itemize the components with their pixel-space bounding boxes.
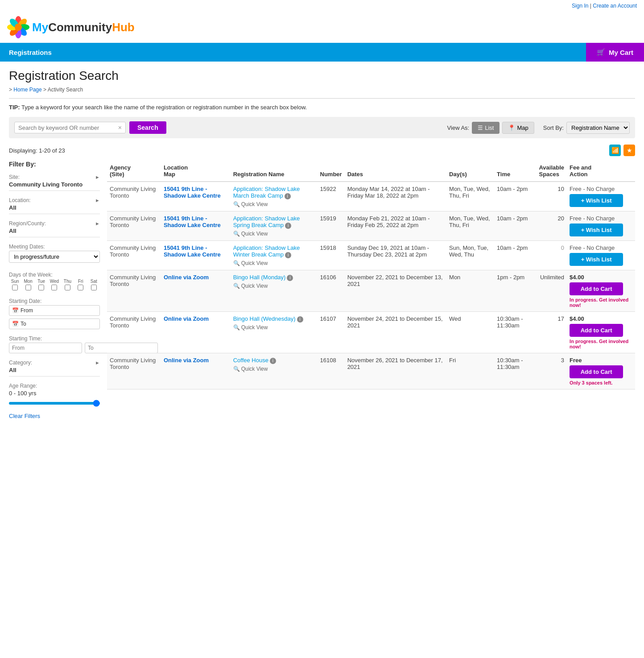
day-tue-label: Tue	[35, 279, 47, 284]
date-to-row: 📅 To	[9, 319, 100, 329]
nav-bar: Registrations 🛒 My Cart	[0, 43, 644, 62]
age-range-slider[interactable]	[9, 402, 100, 405]
day-tue-checkbox[interactable]	[35, 285, 47, 292]
cell-time-0: 10am - 2pm	[494, 182, 536, 211]
day-thu-checkbox[interactable]	[62, 285, 74, 292]
filter-region-label[interactable]: Region/County: ►	[9, 219, 100, 228]
cell-spaces-2: 0	[536, 241, 567, 270]
cart-label: My Cart	[609, 49, 633, 56]
add-to-cart-button-4[interactable]: Add to Cart	[570, 324, 623, 337]
view-map-button[interactable]: 📍 Map	[502, 122, 534, 134]
cell-time-1: 10am - 2pm	[494, 211, 536, 241]
cell-agency-5: Community Living Toronto	[107, 353, 161, 389]
cell-location-5: Online via Zoom	[161, 353, 231, 389]
location-link-3[interactable]: Online via Zoom	[164, 274, 209, 281]
day-fri-checkbox[interactable]	[74, 285, 87, 292]
day-sat-checkbox[interactable]	[88, 285, 100, 292]
search-input-wrap: ×	[14, 122, 126, 133]
cell-dates-1: Monday Feb 21, 2022 at 10am - Friday Feb…	[345, 211, 446, 241]
cell-reg-name-3: Bingo Hall (Monday)i🔍 Quick View	[231, 270, 318, 312]
map-icon: 📍	[508, 124, 515, 131]
search-button[interactable]: Search	[129, 121, 166, 134]
cell-number-3: 16106	[318, 270, 345, 312]
cell-location-0: 15041 9th Line - Shadow Lake Centre	[161, 182, 231, 211]
cell-location-1: 15041 9th Line - Shadow Lake Centre	[161, 211, 231, 241]
day-thu-label: Thu	[62, 279, 74, 284]
filter-starting-date-label: Starting Date:	[9, 296, 100, 305]
calendar-to-icon: 📅	[12, 321, 19, 327]
wish-list-button-0[interactable]: + Wish List	[570, 194, 623, 207]
cell-days-4: Wed	[446, 312, 494, 353]
date-to-input[interactable]: 📅 To	[9, 319, 100, 329]
search-icon-5: 🔍	[233, 366, 240, 372]
clear-filters-link[interactable]: Clear Filters	[9, 413, 100, 419]
fee-label-5: Free	[570, 357, 582, 364]
cell-number-4: 16107	[318, 312, 345, 353]
quick-view-1[interactable]: 🔍 Quick View	[233, 231, 315, 237]
location-link-0[interactable]: 15041 9th Line - Shadow Lake Centre	[164, 186, 221, 199]
col-days: Day(s)	[446, 161, 494, 182]
wish-list-button-1[interactable]: + Wish List	[570, 223, 623, 236]
location-link-1[interactable]: 15041 9th Line - Shadow Lake Centre	[164, 215, 221, 228]
quick-view-3[interactable]: 🔍 Quick View	[233, 283, 315, 289]
col-location: LocationMap	[161, 161, 231, 182]
logo-text: MyCommunityHub	[32, 21, 135, 34]
date-from-input[interactable]: 📅 From	[9, 305, 100, 316]
in-progress-label-4: In progress. Get involved now!	[570, 339, 632, 349]
time-from-input[interactable]	[9, 343, 82, 353]
logo-icon	[7, 16, 29, 38]
filter-age-range: Age Range: 0 - 100 yrs	[9, 381, 100, 408]
signin-link[interactable]: Sign In	[572, 3, 588, 9]
breadcrumb-home[interactable]: Home Page	[13, 87, 41, 93]
cell-location-2: 15041 9th Line - Shadow Lake Centre	[161, 241, 231, 270]
search-input[interactable]	[18, 124, 116, 131]
table-row: Community Living Toronto15041 9th Line -…	[107, 241, 635, 270]
quick-view-5[interactable]: 🔍 Quick View	[233, 366, 315, 372]
col-dates: Dates	[345, 161, 446, 182]
cell-fee-action-1: Free - No Charge+ Wish List	[567, 211, 635, 241]
location-arrow-icon: ►	[95, 198, 100, 203]
cell-days-2: Sun, Mon, Tue, Wed, Thu	[446, 241, 494, 270]
add-to-cart-button-3[interactable]: Add to Cart	[570, 282, 623, 295]
reg-name-link-3[interactable]: Bingo Hall (Monday)	[233, 274, 286, 281]
view-list-button[interactable]: ☰ List	[472, 122, 500, 134]
info-icon-1: i	[285, 223, 291, 229]
location-link-4[interactable]: Online via Zoom	[164, 315, 209, 322]
reg-name-link-5[interactable]: Coffee House	[233, 357, 268, 364]
cell-time-3: 1pm - 2pm	[494, 270, 536, 312]
sort-select[interactable]: Registration Name	[566, 122, 630, 134]
meeting-dates-select[interactable]: In progress/future	[9, 251, 100, 263]
feed-icon-blue[interactable]: 📶	[609, 145, 621, 156]
filter-location-label[interactable]: Location: ►	[9, 195, 100, 204]
cell-location-4: Online via Zoom	[161, 312, 231, 353]
cell-time-5: 10:30am - 11:30am	[494, 353, 536, 389]
day-wed-checkbox[interactable]	[48, 285, 60, 292]
location-link-5[interactable]: Online via Zoom	[164, 357, 209, 364]
create-account-link[interactable]: Create an Account	[593, 3, 637, 9]
add-to-cart-button-5[interactable]: Add to Cart	[570, 365, 623, 378]
nav-registrations[interactable]: Registrations	[0, 43, 61, 62]
info-icon-2: i	[285, 252, 291, 258]
filter-category-label[interactable]: Category: ►	[9, 358, 100, 367]
filter-site-label[interactable]: Site: ►	[9, 172, 100, 181]
location-link-2[interactable]: 15041 9th Line - Shadow Lake Centre	[164, 244, 221, 258]
feed-icon-rss[interactable]: ★	[623, 145, 635, 156]
search-clear-icon[interactable]: ×	[118, 124, 122, 131]
table-row: Community Living TorontoOnline via ZoomB…	[107, 270, 635, 312]
cell-dates-0: Monday Mar 14, 2022 at 10am - Friday Mar…	[345, 182, 446, 211]
reg-name-link-4[interactable]: Bingo Hall (Wednesday)	[233, 315, 296, 322]
wish-list-button-2[interactable]: + Wish List	[570, 253, 623, 266]
fee-label-0: Free - No Charge	[570, 186, 615, 192]
filter-starting-time-label: Starting Time:	[9, 334, 100, 343]
quick-view-0[interactable]: 🔍 Quick View	[233, 201, 315, 207]
table-row: Community Living Toronto15041 9th Line -…	[107, 182, 635, 211]
info-icon-5: i	[270, 358, 276, 364]
quick-view-2[interactable]: 🔍 Quick View	[233, 260, 315, 266]
category-arrow-icon: ►	[95, 360, 100, 365]
quick-view-4[interactable]: 🔍 Quick View	[233, 324, 315, 331]
nav-cart[interactable]: 🛒 My Cart	[586, 43, 644, 62]
day-mon-checkbox[interactable]	[22, 285, 34, 292]
day-sun-checkbox[interactable]	[9, 285, 21, 292]
filter-site-value: Community Living Toronto	[9, 181, 100, 191]
filter-sidebar: Filter By: Site: ► Community Living Toro…	[9, 161, 107, 419]
